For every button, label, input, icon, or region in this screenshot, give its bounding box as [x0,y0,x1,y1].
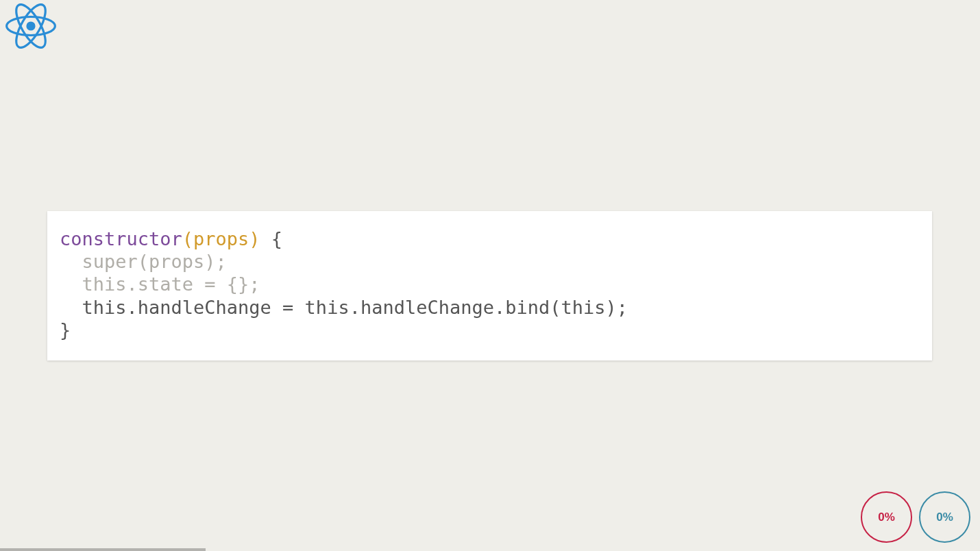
code-close-brace: } [60,319,71,341]
progress-value-blue: 0% [936,511,953,524]
code-params: (props) [182,228,260,249]
react-logo-icon [5,3,56,51]
code-keyword: constructor [60,228,182,249]
code-block: constructor(props) { super(props); this.… [47,211,932,360]
progress-pill-red: 0% [861,491,912,543]
code-line-bind: this.handleChange = this.handleChange.bi… [60,297,628,318]
progress-pill-blue: 0% [919,491,970,543]
progress-indicators: 0% 0% [861,491,970,543]
code-line-state: this.state = {}; [60,273,260,295]
code-open-brace: { [260,228,283,249]
code-line-super: super(props); [60,251,227,272]
svg-point-0 [26,21,35,30]
progress-value-red: 0% [878,511,895,524]
bottom-progress-bar [0,548,206,551]
